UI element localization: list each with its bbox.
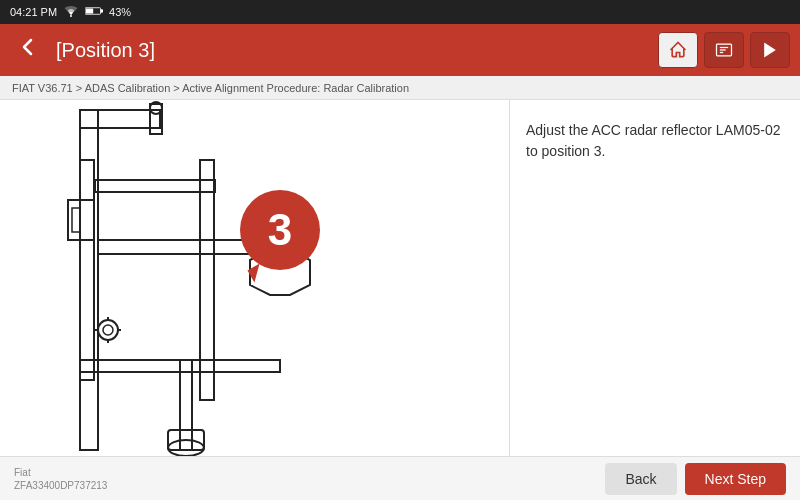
wifi-icon (63, 5, 79, 19)
footer: Fiat ZFA33400DP737213 Back Next Step (0, 456, 800, 500)
status-bar: 04:21 PM 43% (0, 0, 800, 24)
device-serial: ZFA33400DP737213 (14, 479, 107, 492)
svg-rect-2 (86, 9, 93, 14)
svg-marker-8 (764, 43, 776, 58)
back-button[interactable]: Back (605, 463, 676, 495)
header: [Position 3] (0, 24, 800, 76)
device-brand: Fiat (14, 466, 107, 479)
page-title: [Position 3] (56, 39, 648, 62)
header-icons (658, 32, 790, 68)
battery-icon (85, 5, 103, 19)
info-area: Adjust the ACC radar reflector LAM05-02 … (510, 100, 800, 456)
export-button[interactable] (750, 32, 790, 68)
diagram-area: 3 (0, 100, 510, 456)
breadcrumb: FIAT V36.71 > ADAS Calibration > Active … (0, 76, 800, 100)
svg-point-0 (70, 15, 72, 17)
next-step-button[interactable]: Next Step (685, 463, 786, 495)
svg-rect-3 (101, 9, 103, 12)
back-button[interactable] (10, 31, 46, 69)
time: 04:21 PM (10, 6, 57, 18)
callout-number: 3 (240, 190, 320, 270)
home-button[interactable] (658, 32, 698, 68)
footer-device-info: Fiat ZFA33400DP737213 (14, 466, 107, 492)
footer-buttons: Back Next Step (605, 463, 786, 495)
adas-button[interactable] (704, 32, 744, 68)
breadcrumb-text: FIAT V36.71 > ADAS Calibration > Active … (12, 82, 409, 94)
main-content: 3 Adjust the ACC radar reflector LAM05-0… (0, 100, 800, 456)
battery-percent: 43% (109, 6, 131, 18)
status-left: 04:21 PM 43% (10, 5, 131, 19)
instruction-text: Adjust the ACC radar reflector LAM05-02 … (526, 120, 784, 162)
